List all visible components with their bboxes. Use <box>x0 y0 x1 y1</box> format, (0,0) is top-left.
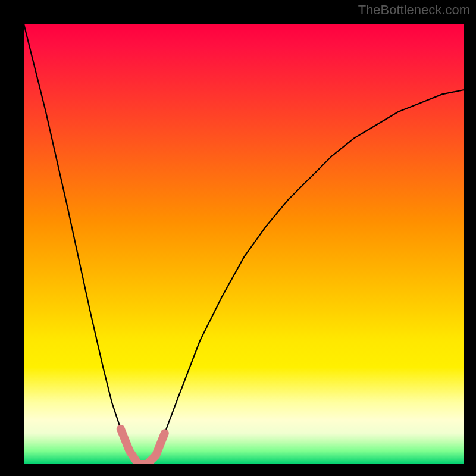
watermark-text: TheBottleneck.com <box>358 2 470 18</box>
bottleneck-chart <box>24 24 464 464</box>
bottleneck-curve-line <box>24 24 464 464</box>
optimal-zone-marker <box>121 429 165 464</box>
